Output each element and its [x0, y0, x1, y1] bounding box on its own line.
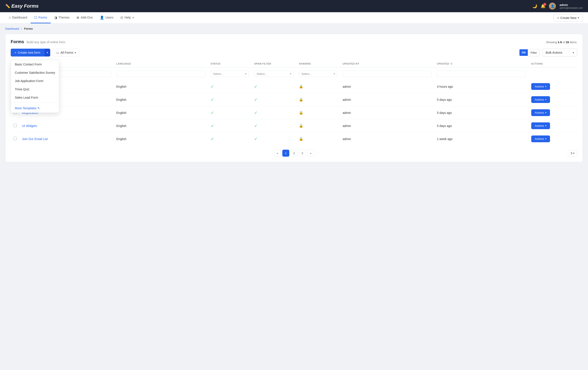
form-name-link[interactable]: UI Widgets — [22, 124, 37, 128]
create-form-button[interactable]: + Create new form — [11, 49, 44, 57]
row-checkbox[interactable] — [13, 137, 17, 140]
row-actions-button[interactable]: Actions ▾ — [531, 109, 550, 116]
filter-language-input[interactable] — [116, 71, 205, 77]
folder-icon: 🗂 — [56, 51, 59, 54]
nav-item-dashboard[interactable]: ⌂ Dashboard — [5, 12, 31, 23]
per-page-select[interactable]: 5 ▾ — [568, 150, 577, 156]
actions-label: Actions — [535, 137, 544, 140]
all-forms-label: All Forms — [61, 51, 73, 54]
sort-icon[interactable]: ⇅ — [451, 62, 453, 65]
create-new-button[interactable]: + Create New ▾ — [554, 14, 583, 22]
pagination-page-1[interactable]: 1 — [282, 150, 289, 157]
all-forms-button[interactable]: 🗂 All Forms ▾ — [53, 49, 79, 57]
filter-sharing-placeholder: Select... — [301, 72, 312, 75]
breadcrumb: Dashboard / Forms — [0, 24, 588, 34]
dropdown-item-basic-contact[interactable]: Basic Contact Form — [11, 60, 59, 69]
row-name-cell: Join Our Email List — [20, 132, 114, 146]
nav-item-users[interactable]: 👤 Users — [96, 12, 117, 23]
top-bar-right: 🌙 🔔 1 👤 admin admin@example.com — [532, 3, 583, 10]
actions-chevron-icon: ▾ — [545, 98, 546, 101]
row-sharing-cell: 🔒 — [296, 93, 340, 106]
help-icon: ⊙ — [120, 16, 123, 20]
actions-label: Actions — [535, 124, 544, 127]
user-name: admin — [559, 3, 583, 7]
create-plus-icon: + — [15, 51, 16, 54]
row-actions-cell: Actions ▾ — [529, 119, 577, 132]
showing-label: Showing — [546, 40, 557, 44]
actions-chevron-icon: ▾ — [545, 138, 546, 140]
notification-bell[interactable]: 🔔 1 — [541, 4, 546, 9]
form-name-link[interactable]: Join Our Email List — [22, 137, 48, 141]
users-icon: 👤 — [100, 16, 104, 20]
dropdown-more-templates[interactable]: More Templates ↖ — [11, 104, 59, 113]
row-checkbox[interactable] — [13, 124, 17, 127]
dropdown-item-sales-lead[interactable]: Sales Lead Form — [11, 93, 59, 102]
per-page-value: 5 — [571, 152, 572, 155]
breadcrumb-current: Forms — [24, 27, 33, 30]
nav-label-dashboard: Dashboard — [12, 16, 27, 19]
col-updated: UPDATED ⇅ — [434, 60, 529, 68]
app-name: Easy Forms — [11, 3, 39, 9]
row-status-cell: ✓ — [208, 93, 252, 106]
actions-chevron-icon: ▾ — [545, 124, 546, 127]
row-actions-button[interactable]: Actions ▾ — [531, 122, 550, 129]
avatar-image: 👤 — [549, 3, 556, 10]
total-count: 15 — [566, 40, 569, 44]
filter-updated-input[interactable] — [437, 71, 526, 77]
filter-updated-by-input[interactable] — [343, 71, 432, 77]
nav-item-themes[interactable]: ◑ Themes — [51, 12, 73, 23]
nav-item-forms[interactable]: ☐ Forms — [31, 12, 51, 23]
filter-toggle-on[interactable]: ON — [519, 49, 528, 56]
more-templates-label: More Templates — [15, 106, 36, 110]
row-actions-button[interactable]: Actions ▾ — [531, 135, 550, 142]
table-row: UI Widgets English ✓ ✓ 🔒 admin 5 days ag… — [11, 119, 577, 132]
row-actions-cell: Actions ▾ — [529, 80, 577, 93]
card-subtitle: Build any type of online form — [27, 40, 65, 44]
bulk-actions-button[interactable]: Bulk Actions ▾ — [542, 49, 577, 57]
forms-icon: ☐ — [34, 16, 37, 20]
create-form-dropdown-button[interactable]: ▾ — [44, 49, 50, 57]
moon-icon[interactable]: 🌙 — [532, 4, 537, 9]
dropdown-item-trivia-quiz[interactable]: Trivia Quiz — [11, 85, 59, 93]
pagination-page-3[interactable]: 3 — [299, 150, 306, 157]
forms-table: NAME LANGUAGE STATUS SPAM FILTER SHARING… — [11, 60, 577, 145]
nav-links: ⌂ Dashboard ☐ Forms ◑ Themes ⊕ Add-Ons 👤… — [5, 12, 137, 23]
dropdown-label-sales-lead: Sales Lead Form — [15, 96, 38, 99]
col-actions: ACTIONS — [529, 60, 577, 68]
nav-item-help[interactable]: ⊙ Help ▾ — [117, 12, 137, 23]
breadcrumb-parent[interactable]: Dashboard — [5, 27, 19, 30]
filter-spam-select[interactable]: Select... ▾ — [254, 71, 294, 77]
dropdown-item-customer-satisfaction[interactable]: Customer Satisfaction Survey — [11, 69, 59, 77]
row-updated-cell: 5 days ago — [434, 119, 529, 132]
filter-label[interactable]: Filter — [528, 49, 540, 56]
nav-item-addons[interactable]: ⊕ Add-Ons — [73, 12, 96, 23]
row-updated-by-cell: admin — [340, 119, 434, 132]
avatar[interactable]: 👤 — [549, 3, 556, 10]
row-checkbox-cell — [11, 132, 20, 146]
row-sharing-cell: 🔒 — [296, 119, 340, 132]
status-check-icon: ✓ — [211, 98, 214, 102]
row-actions-button[interactable]: Actions ▾ — [531, 96, 550, 103]
dropdown-item-job-application[interactable]: Job Application Form — [11, 77, 59, 85]
pagination-page-2[interactable]: 2 — [291, 150, 298, 157]
pagination-prev[interactable]: « — [274, 150, 281, 157]
nav-label-addons: Add-Ons — [81, 16, 93, 19]
col-spam-filter: SPAM FILTER — [252, 60, 296, 68]
create-new-label: Create New — [560, 16, 577, 20]
col-updated-by: UPDATED BY — [340, 60, 434, 68]
bulk-actions-chevron-icon: ▾ — [573, 51, 574, 54]
row-actions-button[interactable]: Actions ▾ — [531, 83, 550, 90]
card-title: Forms — [11, 39, 24, 44]
filter-updated-cell — [434, 68, 529, 80]
notif-badge: 1 — [543, 3, 546, 6]
pagination-next[interactable]: » — [307, 150, 314, 157]
filter-sharing-chevron-icon: ▾ — [334, 72, 335, 75]
lock-icon: 🔒 — [299, 111, 303, 115]
create-form-button-wrap: + Create new form ▾ — [11, 49, 50, 57]
secondary-nav: ⌂ Dashboard ☐ Forms ◑ Themes ⊕ Add-Ons 👤… — [0, 12, 588, 24]
status-check-icon: ✓ — [211, 84, 214, 89]
filter-language-cell — [114, 68, 208, 80]
filter-status-select[interactable]: Select... ▾ — [211, 71, 249, 77]
dropdown-divider — [11, 102, 59, 103]
filter-sharing-select[interactable]: Select... ▾ — [299, 71, 337, 77]
